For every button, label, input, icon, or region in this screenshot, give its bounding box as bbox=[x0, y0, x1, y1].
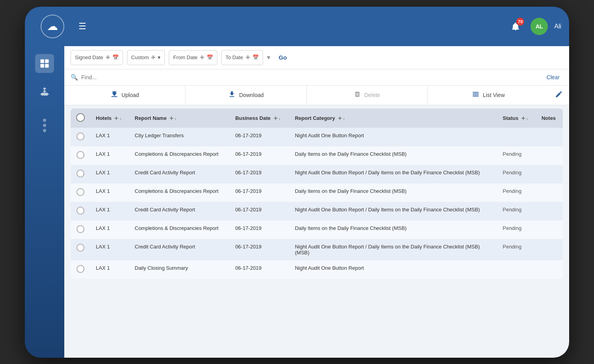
business-date-cell: 06-17-2019 bbox=[230, 128, 289, 146]
notes-cell bbox=[536, 128, 563, 146]
go-button[interactable]: Go bbox=[274, 52, 292, 63]
status-cell: Pending bbox=[497, 202, 536, 220]
business-date-cell: 06-17-2019 bbox=[230, 239, 289, 260]
business-date-cell: 06-17-2019 bbox=[230, 260, 289, 279]
header-checkbox[interactable] bbox=[76, 113, 85, 122]
row-checkbox[interactable] bbox=[77, 244, 84, 252]
delete-button[interactable]: Delete bbox=[307, 86, 428, 105]
report-category-cell: Night Audit One Button Report / Daily It… bbox=[290, 239, 497, 260]
search-input-wrap: 🔍 bbox=[71, 74, 544, 81]
report-name-cell: Credit Card Activity Report bbox=[129, 239, 230, 260]
row-checkbox[interactable] bbox=[77, 170, 84, 177]
sidebar bbox=[25, 46, 64, 358]
sidebar-icon-recycle[interactable] bbox=[35, 82, 54, 101]
report-category-header[interactable]: Report Category ✛ ↓ bbox=[290, 108, 497, 128]
status-cell: Pending bbox=[497, 165, 536, 183]
signed-date-label: Signed Date bbox=[75, 54, 103, 60]
custom-label: Custom bbox=[131, 54, 149, 60]
user-avatar[interactable]: AL bbox=[530, 18, 548, 35]
notes-cell bbox=[536, 260, 563, 279]
toolbar: Upload Download De bbox=[64, 86, 569, 105]
row-checkbox[interactable] bbox=[77, 188, 84, 196]
status-value: Pending bbox=[502, 151, 521, 157]
status-cell bbox=[497, 260, 536, 279]
app-logo: ☁ bbox=[41, 15, 64, 38]
signed-date-field[interactable]: Signed Date ✛ 📅 bbox=[71, 50, 123, 65]
row-checkbox[interactable] bbox=[77, 151, 84, 159]
row-checkbox-cell[interactable] bbox=[71, 260, 90, 279]
sidebar-icon-grid[interactable] bbox=[35, 54, 54, 73]
report-name-sort-icons[interactable]: ✛ ↓ bbox=[170, 116, 177, 121]
clear-button[interactable]: Clear bbox=[544, 73, 563, 82]
status-cell bbox=[497, 128, 536, 146]
business-date-cell: 06-17-2019 bbox=[230, 146, 289, 165]
download-icon bbox=[228, 90, 236, 100]
business-date-sort-icons[interactable]: ✛ ↓ bbox=[274, 116, 281, 121]
report-category-cell: Daily Items on the Daily Finance Checkli… bbox=[290, 146, 497, 165]
delete-icon bbox=[354, 90, 361, 100]
business-date-cell: 06-17-2019 bbox=[230, 202, 289, 220]
upload-button[interactable]: Upload bbox=[64, 86, 185, 105]
edit-icon-button[interactable] bbox=[549, 87, 569, 103]
business-date-header[interactable]: Business Date ✛ ↓ bbox=[230, 108, 289, 128]
download-label: Download bbox=[239, 92, 263, 98]
report-name-cell: Completions & Discrepancies Report bbox=[129, 220, 230, 239]
row-checkbox-cell[interactable] bbox=[71, 165, 90, 183]
report-name-cell: Completions & Discrepancies Report bbox=[129, 183, 230, 202]
hotel-cell: LAX 1 bbox=[90, 128, 129, 146]
filter-bar: Signed Date ✛ 📅 Custom ✛ ▾ From Date ✛ 📅… bbox=[64, 46, 569, 69]
row-checkbox-cell[interactable] bbox=[71, 183, 90, 202]
svg-rect-3 bbox=[45, 64, 49, 67]
hotels-sort-icons[interactable]: ✛ ↓ bbox=[114, 116, 121, 121]
to-date-field[interactable]: To Date ✛ 📅 bbox=[221, 50, 263, 65]
row-checkbox[interactable] bbox=[77, 207, 84, 215]
move-icon-3: ✛ bbox=[200, 54, 204, 60]
upload-label: Upload bbox=[121, 92, 139, 98]
dropdown-icon[interactable]: ▾ bbox=[158, 54, 161, 60]
hotel-cell: LAX 1 bbox=[90, 260, 129, 279]
download-button[interactable]: Download bbox=[185, 86, 306, 105]
search-input[interactable] bbox=[81, 74, 544, 80]
status-value: Pending bbox=[502, 188, 521, 194]
delete-label: Delete bbox=[364, 92, 380, 98]
custom-field[interactable]: Custom ✛ ▾ bbox=[127, 50, 165, 65]
notification-badge: 70 bbox=[516, 18, 524, 26]
row-checkbox-cell[interactable] bbox=[71, 128, 90, 146]
move-icon-4: ✛ bbox=[246, 54, 250, 60]
notification-button[interactable]: 70 bbox=[507, 18, 524, 35]
calendar-icon-3[interactable]: 📅 bbox=[252, 54, 259, 60]
row-checkbox[interactable] bbox=[77, 265, 84, 273]
report-category-sort-icons[interactable]: ✛ ↓ bbox=[338, 116, 345, 121]
row-checkbox[interactable] bbox=[77, 133, 84, 140]
status-sort-icons[interactable]: ✛ ↓ bbox=[521, 116, 529, 121]
filter-chevron[interactable]: ▾ bbox=[267, 54, 270, 61]
svg-rect-0 bbox=[41, 59, 44, 63]
notes-cell bbox=[536, 165, 563, 183]
hotel-cell: LAX 1 bbox=[90, 146, 129, 165]
from-date-field[interactable]: From Date ✛ 📅 bbox=[169, 50, 217, 65]
notes-cell bbox=[536, 202, 563, 220]
row-checkbox[interactable] bbox=[77, 225, 84, 233]
row-checkbox-cell[interactable] bbox=[71, 220, 90, 239]
row-checkbox-cell[interactable] bbox=[71, 239, 90, 260]
notes-header-label: Notes bbox=[542, 115, 556, 121]
hamburger-button[interactable]: ☰ bbox=[72, 18, 93, 35]
calendar-icon-1[interactable]: 📅 bbox=[112, 54, 119, 60]
calendar-icon-2[interactable]: 📅 bbox=[207, 54, 213, 60]
report-name-cell: Credit Card Activity Report bbox=[129, 165, 230, 183]
status-value: Pending bbox=[502, 244, 521, 250]
row-checkbox-cell[interactable] bbox=[71, 202, 90, 220]
row-checkbox-cell[interactable] bbox=[71, 146, 90, 165]
report-name-cell: Daily Closing Summary bbox=[129, 260, 230, 279]
business-date-header-label: Business Date bbox=[235, 115, 271, 121]
select-all-header[interactable] bbox=[71, 108, 90, 128]
report-name-cell: Credit Card Activity Report bbox=[129, 202, 230, 220]
status-header[interactable]: Status ✛ ↓ bbox=[497, 108, 536, 128]
hotels-header[interactable]: Hotels ✛ ↓ bbox=[90, 108, 129, 128]
sidebar-dots bbox=[43, 119, 46, 132]
list-view-button[interactable]: List View bbox=[428, 86, 549, 105]
report-name-header[interactable]: Report Name ✛ ↓ bbox=[129, 108, 230, 128]
data-table: Hotels ✛ ↓ Report Name ✛ ↓ Business Date… bbox=[71, 108, 563, 279]
from-date-label: From Date bbox=[173, 54, 197, 60]
table-row: LAX 1 Completions & Discrepancies Report… bbox=[71, 220, 563, 239]
